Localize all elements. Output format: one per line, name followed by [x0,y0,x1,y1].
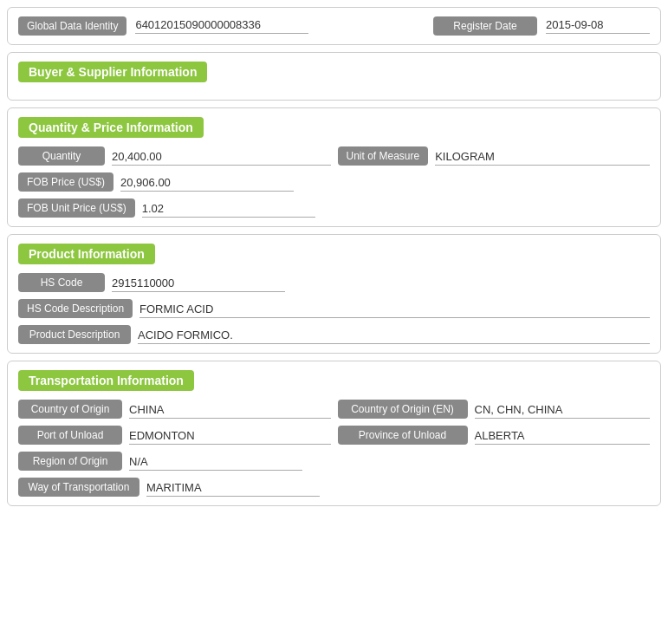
hs-code-row: HS Code 2915110000 [18,273,650,292]
way-of-transportation-label: Way of Transportation [18,478,139,497]
global-data-identity-value: 64012015090000008336 [135,18,308,34]
quantity-col: Quantity 20,400.00 [18,146,331,166]
fob-unit-price-label: FOB Unit Price (US$) [18,198,135,218]
hs-code-desc-value: FORMIC ACID [139,302,650,318]
fob-price-label: FOB Price (US$) [18,172,113,192]
port-unload-col: Port of Unload EDMONTON [18,426,331,445]
product-desc-value: ACIDO FORMICO. [138,329,650,344]
buyer-supplier-card: Buyer & Supplier Information [7,52,661,101]
region-of-origin-label: Region of Origin [18,452,122,471]
page-container: Global Data Identity 6401201509000000833… [0,0,668,513]
way-of-transportation-row: Way of Transportation MARITIMA [18,478,650,497]
unit-of-measure-value: KILOGRAM [435,150,650,166]
fob-unit-price-value: 1.02 [142,202,315,218]
transportation-header: Transportation Information [18,370,194,391]
port-of-unload-value: EDMONTON [129,429,331,445]
region-of-origin-value: N/A [129,455,302,471]
identity-row: Global Data Identity 6401201509000000833… [18,16,650,36]
product-desc-label: Product Description [18,325,131,344]
country-origin-en-col: Country of Origin (EN) CN, CHN, CHINA [338,400,651,419]
port-unload-row: Port of Unload EDMONTON Province of Unlo… [18,426,650,445]
fob-price-row: FOB Price (US$) 20,906.00 [18,172,650,192]
province-unload-col: Province of Unload ALBERTA [338,426,651,445]
province-of-unload-label: Province of Unload [338,426,468,445]
quantity-row: Quantity 20,400.00 Unit of Measure KILOG… [18,146,650,166]
region-origin-row: Region of Origin N/A [18,452,650,471]
unit-of-measure-col: Unit of Measure KILOGRAM [338,146,651,166]
quantity-label: Quantity [18,146,105,166]
fob-price-value: 20,906.00 [120,176,294,192]
global-data-identity-label: Global Data Identity [18,16,126,36]
country-origin-row: Country of Origin CHINA Country of Origi… [18,400,650,419]
country-of-origin-label: Country of Origin [18,400,122,419]
quantity-value: 20,400.00 [112,150,331,166]
transportation-card: Transportation Information Country of Or… [7,361,661,506]
province-of-unload-value: ALBERTA [475,429,651,445]
product-header: Product Information [18,244,155,264]
hs-code-value: 2915110000 [112,276,285,292]
product-desc-row: Product Description ACIDO FORMICO. [18,325,650,344]
register-date-value: 2015-09-08 [546,18,650,34]
buyer-supplier-header: Buyer & Supplier Information [18,62,207,82]
product-card: Product Information HS Code 2915110000 H… [7,234,661,354]
port-of-unload-label: Port of Unload [18,426,122,445]
hs-code-desc-row: HS Code Description FORMIC ACID [18,299,650,318]
country-of-origin-en-label: Country of Origin (EN) [338,400,468,419]
country-origin-col: Country of Origin CHINA [18,400,331,419]
country-of-origin-en-value: CN, CHN, CHINA [475,403,651,419]
identity-card: Global Data Identity 6401201509000000833… [7,7,661,45]
hs-code-label: HS Code [18,273,105,292]
fob-unit-price-row: FOB Unit Price (US$) 1.02 [18,198,650,218]
quantity-price-card: Quantity & Price Information Quantity 20… [7,107,661,227]
hs-code-desc-label: HS Code Description [18,299,133,318]
country-of-origin-value: CHINA [129,403,331,419]
quantity-price-header: Quantity & Price Information [18,117,204,138]
unit-of-measure-label: Unit of Measure [338,146,429,166]
register-date-label: Register Date [433,16,537,36]
way-of-transportation-value: MARITIMA [146,481,320,497]
